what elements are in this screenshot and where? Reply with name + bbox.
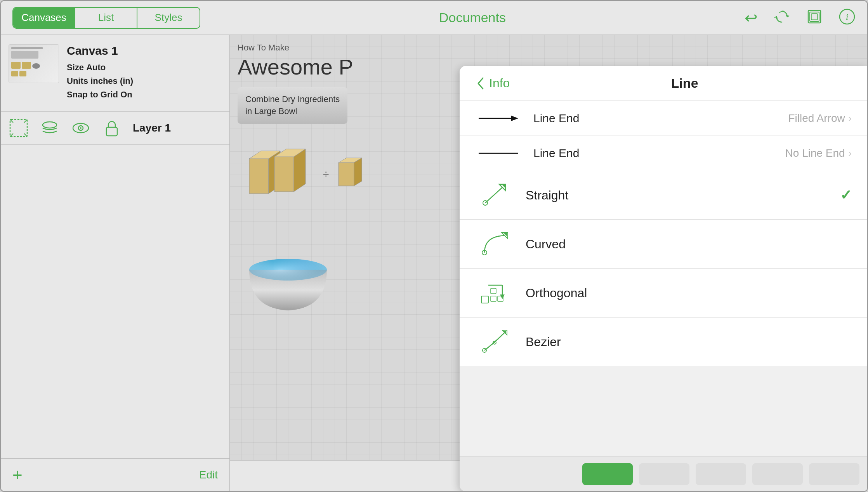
svg-marker-44 xyxy=(500,295,505,299)
line-end-label-plain: Line End xyxy=(533,147,774,160)
panel-tab-5[interactable] xyxy=(809,463,859,485)
svg-rect-2 xyxy=(811,14,818,20)
tab-styles[interactable]: Styles xyxy=(137,8,200,28)
svg-rect-39 xyxy=(491,288,496,294)
small-box xyxy=(337,155,368,194)
line-end-section: Line End Filled Arrow › Line End xyxy=(460,101,867,171)
canvas-area: How To Make Awesome P Combine Dry Ingred… xyxy=(230,35,867,491)
canvas-thumbnail xyxy=(9,44,59,83)
layer-name: Layer 1 xyxy=(133,122,222,134)
plain-line-preview xyxy=(475,148,522,159)
add-canvas-button[interactable]: + xyxy=(12,466,23,483)
tab-list[interactable]: List xyxy=(75,8,137,28)
tab-group: Canvases List Styles xyxy=(12,7,200,29)
panel-arrow xyxy=(776,66,790,67)
panel-tab-1[interactable] xyxy=(582,463,633,485)
top-center: Documents xyxy=(200,10,745,25)
panel-tab-3[interactable] xyxy=(696,463,746,485)
canvas-item[interactable]: Canvas 1 Size Auto Units inches (in) Sna… xyxy=(1,35,229,111)
lock-icon xyxy=(102,118,122,138)
svg-marker-18 xyxy=(274,157,294,192)
arrow-line-icon xyxy=(477,113,520,124)
bezier-line-icon xyxy=(475,326,514,357)
check-mark-straight: ✓ xyxy=(840,187,852,203)
orthogonal-line-icon xyxy=(475,277,514,308)
canvas-info: Canvas 1 Size Auto Units inches (in) Sna… xyxy=(67,44,222,102)
svg-rect-41 xyxy=(491,296,496,301)
curved-label: Curved xyxy=(526,237,852,251)
chevron-right-icon-2: › xyxy=(848,147,852,159)
bezier-icon-svg xyxy=(479,326,510,357)
svg-rect-38 xyxy=(481,296,488,303)
curved-line-icon xyxy=(475,229,514,260)
sidebar: Canvas 1 Size Auto Units inches (in) Sna… xyxy=(1,35,230,491)
ingredient-boxes xyxy=(238,135,315,213)
line-type-section: Straight ✓ Curved xyxy=(460,171,867,456)
canvas-name: Canvas 1 xyxy=(67,44,222,57)
plain-line-icon xyxy=(477,148,520,159)
svg-marker-15 xyxy=(249,159,269,194)
info-panel: Info Line Line End Filled Arrow xyxy=(460,66,867,491)
edit-button[interactable]: Edit xyxy=(199,469,218,481)
line-end-value-arrow: Filled Arrow › xyxy=(788,112,852,125)
svg-rect-14 xyxy=(106,127,117,136)
top-bar: Canvases List Styles Documents ↩ xyxy=(1,1,867,35)
line-end-label-arrow: Line End xyxy=(533,112,776,125)
svg-point-10 xyxy=(43,122,57,128)
recipe-step-box: Combine Dry Ingredientsin Large Bowl xyxy=(238,87,347,124)
panel-bottom-bar xyxy=(460,456,867,491)
chevron-right-icon: › xyxy=(848,112,852,125)
straight-label: Straight xyxy=(526,188,828,203)
back-label: Info xyxy=(489,76,510,90)
line-type-row-curved[interactable]: Curved xyxy=(460,220,867,269)
back-button[interactable]: Info xyxy=(475,76,510,90)
orthogonal-icon-svg xyxy=(479,277,510,308)
panel-tab-4[interactable] xyxy=(752,463,803,485)
sync-icon[interactable] xyxy=(773,8,790,28)
main-content: Canvas 1 Size Auto Units inches (in) Sna… xyxy=(1,35,867,491)
line-type-row-bezier[interactable]: Bezier xyxy=(460,317,867,366)
doc-title-small: How To Make xyxy=(238,43,859,53)
bowl-svg xyxy=(245,246,331,316)
line-type-row-straight[interactable]: Straight ✓ xyxy=(460,171,867,220)
selection-icon xyxy=(9,118,29,138)
tab-canvases[interactable]: Canvases xyxy=(13,8,75,28)
orthogonal-label: Orthogonal xyxy=(526,286,852,300)
panel-title: Line xyxy=(517,76,852,91)
svg-marker-29 xyxy=(511,116,518,121)
layers-icon[interactable] xyxy=(806,8,823,28)
svg-point-25 xyxy=(249,259,327,281)
arrow-line-preview xyxy=(475,113,522,124)
layers-icon xyxy=(40,118,60,138)
svg-line-32 xyxy=(485,187,502,203)
canvas-meta: Size Auto Units inches (in) Snap to Grid… xyxy=(67,61,222,102)
back-icon[interactable]: ↩ xyxy=(745,10,758,26)
svg-marker-21 xyxy=(339,163,354,186)
straight-icon-svg xyxy=(479,180,510,211)
curved-icon-svg xyxy=(479,229,510,260)
straight-line-icon xyxy=(475,180,514,211)
line-end-value-plain: No Line End › xyxy=(785,147,852,159)
panel-tab-2[interactable] xyxy=(639,463,689,485)
line-end-row-plain[interactable]: Line End No Line End › xyxy=(460,136,867,171)
top-icons: ↩ i xyxy=(745,8,856,28)
svg-marker-20 xyxy=(294,149,306,192)
svg-point-13 xyxy=(80,127,82,129)
svg-text:i: i xyxy=(846,12,849,22)
layer-row[interactable]: Layer 1 xyxy=(1,112,229,145)
back-chevron-icon xyxy=(475,76,486,90)
visibility-icon xyxy=(71,118,91,138)
info-icon[interactable]: i xyxy=(838,8,856,28)
line-end-row-arrow[interactable]: Line End Filled Arrow › xyxy=(460,101,867,136)
documents-title: Documents xyxy=(439,10,506,25)
sidebar-bottom: + Edit xyxy=(1,458,229,491)
bezier-label: Bezier xyxy=(526,335,852,349)
svg-marker-23 xyxy=(354,158,362,186)
line-type-row-orthogonal[interactable]: Orthogonal xyxy=(460,269,867,317)
panel-header: Info Line xyxy=(460,66,867,101)
